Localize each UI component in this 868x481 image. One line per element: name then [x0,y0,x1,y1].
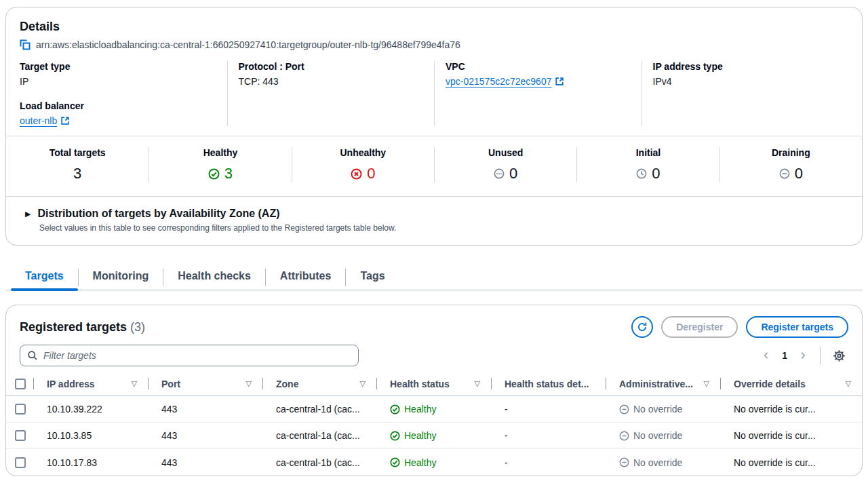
next-page-button[interactable] [795,348,810,363]
details-fields: Target type IP Load balancer outer-nlb [20,61,848,136]
sort-icon[interactable]: ▽ [246,379,252,388]
check-circle-icon [390,404,400,415]
column-header-health-status-details[interactable]: Health status det... [491,372,606,396]
ip-address-type-label: IP address type [653,61,838,72]
chevron-left-icon [762,351,771,360]
row-checkbox[interactable] [15,404,26,415]
cell-override-details: No override is cur... [720,430,862,441]
tab-health-checks[interactable]: Health checks [163,265,265,290]
sort-icon[interactable]: ▽ [704,379,709,388]
registered-targets-card: Registered targets (3) Deregister Regist… [5,305,863,476]
table-header-row: IP address▽ Port▽ Zone▽ Health status▽ H… [6,372,862,396]
cell-health-status-details: - [491,404,606,415]
external-link-icon [60,116,70,126]
ip-address-type-value: IPv4 [653,76,838,87]
pager-separator [820,347,821,364]
column-header-zone[interactable]: Zone▽ [262,372,376,396]
refresh-icon [637,322,648,332]
details-title: Details [20,20,848,34]
target-group-arn: arn:aws:elasticloadbalancing:ca-central-… [36,39,460,50]
chevron-right-icon [798,351,808,360]
refresh-button[interactable] [631,316,653,338]
az-distribution-title: Distribution of targets by Availability … [37,208,279,220]
az-distribution-toggle[interactable]: ▶ Distribution of targets by Availabilit… [25,208,848,220]
tab-targets[interactable]: Targets [11,265,78,290]
cell-ip-address: 10.10.39.222 [33,404,148,415]
page: Details arn:aws:elasticloadbalancing:ca-… [0,0,868,476]
cell-administrative-override: No override [606,457,720,468]
sort-icon[interactable]: ▽ [846,379,851,388]
check-circle-icon [390,457,400,467]
filter-targets-search[interactable] [20,345,359,366]
cell-administrative-override: No override [606,404,720,415]
details-card: Details arn:aws:elasticloadbalancing:ca-… [5,7,863,246]
cell-zone: ca-central-1b (cac... [262,457,376,468]
cell-health-status-details: - [491,457,606,468]
column-header-administrative[interactable]: Administrative...▽ [606,372,720,396]
minus-circle-icon [619,457,629,467]
clock-circle-icon [636,168,647,179]
column-header-port[interactable]: Port▽ [148,372,262,396]
load-balancer-label: Load balancer [20,100,216,111]
check-circle-icon [208,168,220,180]
cell-override-details: No override is cur... [720,404,862,415]
load-balancer-link[interactable]: outer-nlb [20,115,70,126]
column-header-override-details[interactable]: Override details▽ [720,372,862,396]
sort-icon[interactable]: ▽ [475,379,480,388]
tab-bar: Targets Monitoring Health checks Attribu… [5,265,863,290]
filter-targets-input[interactable] [43,350,351,361]
row-checkbox[interactable] [15,457,26,468]
table-row: 10.10.39.222 443 ca-central-1d (cac... H… [6,396,862,423]
copy-icon[interactable] [20,39,31,50]
cell-port: 443 [148,430,262,441]
registered-targets-table: IP address▽ Port▽ Zone▽ Health status▽ H… [6,372,862,476]
x-circle-icon [351,168,362,180]
total-targets-label: Total targets [6,147,149,158]
cell-override-details: No override is cur... [720,457,862,468]
target-type-value: IP [20,76,216,87]
unused-label: Unused [435,147,576,158]
deregister-button[interactable]: Deregister [661,316,738,338]
cell-administrative-override: No override [606,430,720,441]
sort-icon[interactable]: ▽ [360,379,366,388]
ellipsis-circle-icon [494,168,505,179]
cell-port: 443 [148,404,262,415]
healthy-label: Healthy [149,147,291,158]
cell-ip-address: 10.10.3.85 [33,430,148,441]
tab-monitoring[interactable]: Monitoring [79,265,163,290]
initial-label: Initial [577,147,719,158]
initial-value: 0 [652,165,660,182]
tab-tags[interactable]: Tags [346,265,399,290]
previous-page-button[interactable] [759,348,774,363]
target-counters: Total targets 3 Healthy 3 Unhealthy 0 Un… [6,136,862,196]
cell-health-status: Healthy [376,457,491,468]
registered-targets-title: Registered targets (3) [20,320,145,334]
vpc-label: VPC [446,61,631,72]
tab-attributes[interactable]: Attributes [266,265,346,290]
column-header-health-status[interactable]: Health status▽ [376,372,491,396]
external-link-icon [555,77,564,86]
cell-health-status-details: - [491,430,606,441]
unhealthy-value: 0 [367,165,375,182]
total-targets-value: 3 [73,165,81,182]
table-row: 10.10.3.85 443 ca-central-1a (cac... Hea… [6,423,862,449]
cell-zone: ca-central-1d (cac... [262,404,376,415]
cell-port: 443 [148,457,262,468]
table-preferences-button[interactable] [830,347,848,365]
column-header-ip-address[interactable]: IP address▽ [33,372,148,396]
minus-circle-icon [779,168,790,179]
sort-icon[interactable]: ▽ [132,379,137,388]
register-targets-button[interactable]: Register targets [746,316,848,338]
expand-caret-icon: ▶ [25,210,31,218]
az-distribution-section: ▶ Distribution of targets by Availabilit… [6,197,862,245]
check-circle-icon [390,431,400,441]
cell-health-status: Healthy [376,404,491,415]
select-all-checkbox[interactable] [15,379,26,389]
minus-circle-icon [619,431,629,441]
current-page-number[interactable]: 1 [778,350,791,361]
unhealthy-label: Unhealthy [292,147,434,158]
target-type-label: Target type [20,61,216,72]
cell-health-status: Healthy [376,430,491,441]
row-checkbox[interactable] [15,430,26,441]
vpc-link[interactable]: vpc-021575c2c72ec9607 [446,76,564,87]
